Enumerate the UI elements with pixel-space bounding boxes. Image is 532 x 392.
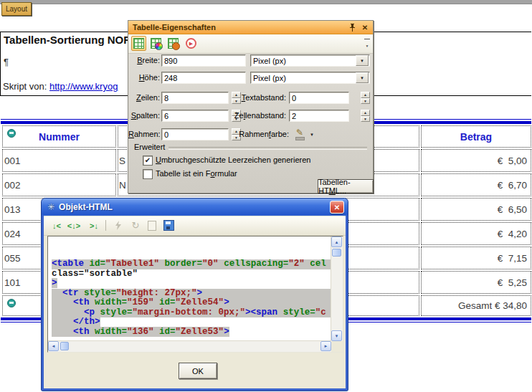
paint-icon: [172, 42, 180, 50]
zeilen-input[interactable]: [161, 92, 229, 104]
refresh-icon[interactable]: ↻: [128, 219, 143, 232]
code-view[interactable]: <table id="Tabelle1" border="0" cellspac…: [48, 236, 331, 341]
textabstand-label: Textabstand:: [233, 92, 286, 104]
object-html-title: Objekt-HTML: [59, 202, 330, 212]
ok-button[interactable]: OK: [179, 363, 217, 379]
scroll-up-button[interactable]: ▲: [331, 236, 342, 247]
chevron-down-icon[interactable]: ▼: [356, 72, 369, 83]
execute-icon[interactable]: [111, 219, 125, 232]
zeilen-label: Zeilen:: [128, 92, 160, 104]
zellenabstand-input[interactable]: [289, 110, 349, 122]
pencil-icon: ✎: [296, 129, 303, 137]
vertical-scrollbar[interactable]: ▲ ▼: [331, 236, 343, 341]
close-button[interactable]: ✕: [330, 201, 344, 214]
table-view-button[interactable]: [131, 36, 146, 51]
textabstand-stepper[interactable]: ▲▼: [361, 92, 370, 104]
sort-icon[interactable]: [7, 129, 16, 138]
object-html-title-bar[interactable]: ✳ Objekt-HTML ✕: [42, 199, 348, 216]
close-icon[interactable]: ✕: [360, 23, 370, 32]
border-color-button[interactable]: ✎: [293, 128, 306, 140]
script-credit-line: Skript von: http://www.kryog: [3, 81, 118, 92]
color-wheel-icon: [155, 42, 163, 50]
table-grid-icon: [151, 38, 161, 49]
pin-icon[interactable]: [347, 23, 357, 32]
zellenabstand-label: Zellenabstand:: [229, 110, 286, 122]
properties-title: Tabelle-Eigenschaften: [133, 23, 216, 32]
spalten-input[interactable]: [161, 110, 229, 122]
properties-toolbar: ▶ ▼: [128, 34, 373, 54]
current-color-swatch: [295, 137, 305, 140]
horizontal-scrollbar[interactable]: ◄ ►: [48, 340, 331, 352]
form-checkbox[interactable]: [143, 169, 153, 179]
play-circle-icon: ▶: [186, 38, 196, 49]
spin-up-icon: ▲: [361, 110, 370, 116]
table-properties-dialog: Tabelle-Eigenschaften ✕ ▶ ▼ Breite: Pixe…: [128, 20, 374, 193]
spin-down-icon: ▼: [361, 98, 370, 105]
scroll-down-button[interactable]: ▼: [331, 330, 342, 341]
chevron-down-icon[interactable]: ▼: [356, 55, 369, 66]
table-grid-icon: [133, 38, 144, 49]
spalten-label: Spalten:: [128, 110, 160, 122]
scroll-right-button[interactable]: ►: [320, 341, 331, 351]
top-gray-strip: [0, 0, 532, 4]
rahmen-input[interactable]: [161, 128, 229, 140]
tabellen-html-button[interactable]: Tabellen-HTML...: [318, 179, 374, 193]
screen: Layout Tabellen-Sortierung NOF ¶ Skript …: [0, 0, 532, 392]
save-icon[interactable]: [161, 219, 176, 232]
insert-html-before-icon[interactable]: ↓<: [49, 219, 64, 232]
header-cell-betrag[interactable]: Betrag: [421, 125, 531, 148]
vertical-scroll-thumb[interactable]: [332, 249, 341, 257]
properties-title-bar[interactable]: Tabelle-Eigenschaften ✕: [128, 21, 373, 34]
app-starburst-icon: ✳: [47, 202, 54, 212]
scroll-left-button[interactable]: ◄: [48, 341, 59, 351]
toolbar-separator: [105, 220, 106, 231]
table-style-button[interactable]: [166, 36, 181, 51]
header-cell-nummer[interactable]: Nummer: [2, 125, 116, 148]
nbsp-checkbox-label: Umbruchgeschützte Leerzeichen generieren: [156, 154, 364, 166]
insert-html-inside-icon[interactable]: <↓>: [67, 219, 81, 232]
html-code-editor[interactable]: <table id="Tabelle1" border="0" cellspac…: [47, 236, 343, 353]
hoehe-unit-select[interactable]: Pixel (px)▼: [250, 72, 370, 84]
breite-label: Breite:: [128, 54, 160, 67]
sort-icon[interactable]: [7, 299, 16, 307]
group-divider: [168, 147, 367, 150]
zellenabstand-stepper[interactable]: ▲▼: [361, 110, 370, 122]
rahmenfarbe-label: Rahmenfarbe:: [236, 128, 289, 140]
insert-html-after-icon[interactable]: >↓: [87, 219, 101, 232]
page-title: Tabellen-Sortierung NOF: [4, 34, 130, 46]
layout-tab[interactable]: Layout: [1, 2, 32, 16]
spin-down-icon: ▼: [361, 116, 370, 123]
breite-unit-select[interactable]: Pixel (px)▼: [250, 54, 370, 67]
object-html-toolbar: ↓< <↓> >↓ ↻: [44, 216, 346, 236]
pilcrow-mark: ¶: [4, 57, 9, 67]
spin-up-icon: ▲: [361, 92, 370, 98]
hoehe-label: Höhe:: [128, 72, 160, 84]
script-link[interactable]: http://www.kryog: [49, 81, 118, 92]
document-icon[interactable]: [145, 219, 159, 232]
breite-input[interactable]: [161, 54, 246, 67]
nbsp-checkbox[interactable]: ✔: [143, 156, 153, 166]
table-grid-icon: [168, 38, 179, 49]
textabstand-input[interactable]: [289, 92, 349, 104]
toolbar-overflow-button[interactable]: ▼: [364, 39, 370, 49]
script-label: Skript von:: [3, 81, 49, 92]
rahmen-label: Rahmen:: [128, 128, 160, 140]
record-button[interactable]: ▶: [184, 36, 199, 51]
scrollbar-corner: [331, 341, 343, 352]
object-html-dialog: ✳ Objekt-HTML ✕ ↓< <↓> >↓ ↻ <table id="T…: [42, 199, 348, 391]
horizontal-scroll-thumb[interactable]: [60, 342, 69, 350]
table-colors-button[interactable]: [148, 36, 163, 51]
color-dropdown-icon[interactable]: ▼: [310, 133, 314, 137]
total-cell[interactable]: Gesamt € 34,80: [421, 295, 531, 316]
hoehe-input[interactable]: [161, 72, 246, 84]
